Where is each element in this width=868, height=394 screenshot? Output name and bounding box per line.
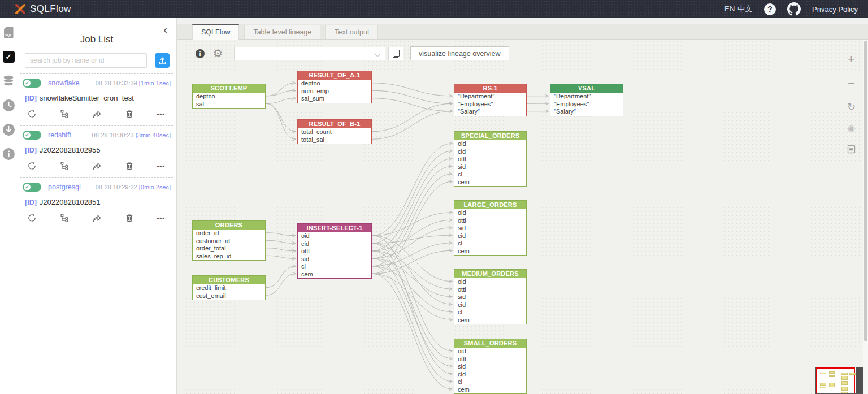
- lineage-node-SMALL_ORDERS[interactable]: SMALL_ORDERSoidottlsidcidclcem: [454, 339, 527, 394]
- node-title[interactable]: MEDIUM_ORDERS: [454, 270, 526, 278]
- column-row[interactable]: oid: [454, 209, 526, 217]
- node-title[interactable]: SMALL_ORDERS: [454, 339, 526, 348]
- column-row[interactable]: ottl: [454, 217, 526, 225]
- column-row[interactable]: cid: [454, 148, 526, 156]
- column-row[interactable]: cid: [454, 371, 526, 379]
- upload-job-button[interactable]: [155, 53, 170, 68]
- lineage-tree-icon[interactable]: [60, 213, 70, 223]
- job-name-link[interactable]: snowflake: [48, 79, 80, 87]
- share-job-icon[interactable]: [92, 161, 102, 171]
- help-icon[interactable]: ?: [764, 3, 776, 15]
- lineage-node-LARGE_ORDERS[interactable]: LARGE_ORDERSoidottlsidcidclcem: [454, 200, 527, 256]
- column-row[interactable]: "Department": [454, 93, 526, 101]
- lineage-node-RESULT_OF_A-1[interactable]: RESULT_OF_A-1deptnonum_empsal_sum: [297, 71, 372, 103]
- node-title[interactable]: ORDERS: [193, 221, 265, 230]
- canvas-scrollbar[interactable]: [863, 40, 868, 394]
- column-row[interactable]: deptno: [298, 80, 371, 88]
- column-row[interactable]: sid: [454, 293, 526, 301]
- column-row[interactable]: sal_sum: [298, 95, 371, 103]
- database-icon[interactable]: [2, 75, 15, 87]
- column-row[interactable]: cl: [454, 309, 526, 317]
- column-row[interactable]: oid: [454, 348, 526, 356]
- column-row[interactable]: cem: [454, 386, 526, 394]
- zoom-out-icon[interactable]: −: [848, 77, 855, 90]
- column-row[interactable]: sid: [454, 163, 526, 171]
- column-row[interactable]: sales_rep_id: [193, 253, 265, 261]
- visualize-lineage-overview-button[interactable]: visualize lineage overview: [410, 46, 509, 60]
- node-title[interactable]: RS-1: [454, 84, 526, 93]
- app-logo[interactable]: SQLFlow: [15, 3, 71, 15]
- github-icon[interactable]: [787, 2, 801, 16]
- lineage-node-MEDIUM_ORDERS[interactable]: MEDIUM_ORDERSoidottlsidcidclcem: [454, 269, 527, 324]
- job-search-input[interactable]: [25, 53, 147, 68]
- job-list-icon[interactable]: ✓: [2, 50, 15, 63]
- column-row[interactable]: "Salary": [454, 108, 526, 116]
- column-row[interactable]: cl: [454, 240, 526, 248]
- column-row[interactable]: customer_id: [193, 237, 265, 245]
- download-icon[interactable]: [2, 123, 15, 136]
- diagram-info-icon[interactable]: i: [196, 49, 205, 58]
- column-row[interactable]: "Salary": [550, 108, 623, 116]
- column-row[interactable]: sid: [298, 256, 371, 263]
- column-row[interactable]: sal: [193, 101, 265, 109]
- zoom-in-icon[interactable]: +: [848, 53, 855, 66]
- minimap-viewport[interactable]: [816, 367, 855, 394]
- column-row[interactable]: cust_email: [193, 292, 265, 300]
- delete-job-icon[interactable]: [125, 213, 134, 223]
- minimap[interactable]: [815, 367, 865, 394]
- column-row[interactable]: num_emp: [298, 88, 371, 96]
- lineage-node-ORDERS[interactable]: ORDERSorder_idcustomer_idorder_totalsale…: [192, 220, 266, 261]
- node-title[interactable]: RESULT_OF_B-1: [298, 120, 371, 128]
- lineage-node-INSERT-SELECT-1[interactable]: INSERT-SELECT-1oidcidottlsidclcem: [297, 223, 372, 279]
- job-name-link[interactable]: postgresql: [48, 183, 81, 191]
- job-success-toggle[interactable]: ✓: [23, 79, 41, 88]
- column-row[interactable]: credit_limit: [193, 284, 265, 292]
- column-row[interactable]: sid: [454, 363, 526, 371]
- column-row[interactable]: "Employees": [454, 101, 526, 109]
- lineage-tree-icon[interactable]: [60, 161, 70, 171]
- node-title[interactable]: SCOTT.EMP: [193, 84, 265, 93]
- lang-zh[interactable]: 中文: [737, 5, 753, 13]
- column-row[interactable]: cl: [454, 171, 526, 179]
- collapse-panel-icon[interactable]: ‹: [163, 25, 167, 33]
- column-row[interactable]: deptno: [193, 93, 265, 101]
- column-row[interactable]: cid: [454, 232, 526, 240]
- column-row[interactable]: total_sal: [298, 136, 371, 144]
- column-row[interactable]: cid: [298, 240, 371, 248]
- schema-dropdown[interactable]: [234, 47, 385, 60]
- lineage-node-SCOTT.EMP[interactable]: SCOTT.EMPdeptnosal: [192, 84, 266, 109]
- rerun-job-icon[interactable]: [27, 213, 37, 223]
- node-title[interactable]: VSAL: [550, 84, 623, 93]
- info-icon[interactable]: [2, 148, 15, 160]
- lineage-node-SPECIAL_ORDERS[interactable]: SPECIAL_ORDERSoidcidottlsidclcem: [454, 131, 527, 187]
- node-title[interactable]: INSERT-SELECT-1: [298, 224, 371, 232]
- column-row[interactable]: cem: [298, 271, 371, 279]
- rerun-job-icon[interactable]: [27, 109, 37, 119]
- job-success-toggle[interactable]: ✓: [23, 183, 41, 192]
- language-switch[interactable]: EN 中文: [724, 4, 753, 14]
- column-row[interactable]: oid: [454, 140, 526, 148]
- delete-job-icon[interactable]: [125, 109, 134, 119]
- job-name-link[interactable]: redshift: [48, 131, 71, 139]
- node-title[interactable]: CUSTOMERS: [193, 276, 265, 284]
- column-row[interactable]: "Department": [550, 93, 623, 101]
- share-job-icon[interactable]: [92, 213, 102, 223]
- rerun-job-icon[interactable]: [27, 161, 37, 171]
- more-actions-icon[interactable]: •••: [157, 215, 165, 222]
- share-job-icon[interactable]: [92, 109, 102, 119]
- column-row[interactable]: "Employees": [550, 101, 623, 109]
- delete-job-icon[interactable]: [125, 161, 134, 171]
- column-row[interactable]: oid: [298, 232, 371, 240]
- lineage-tree-icon[interactable]: [60, 109, 70, 119]
- more-actions-icon[interactable]: •••: [157, 163, 165, 170]
- refresh-icon[interactable]: ↻: [847, 102, 856, 112]
- column-row[interactable]: sid: [454, 224, 526, 232]
- settings-gear-icon[interactable]: ⚙: [213, 48, 223, 59]
- privacy-policy-link[interactable]: Privacy Policy: [812, 5, 858, 14]
- lineage-node-VSAL[interactable]: VSAL"Department""Employees""Salary": [550, 84, 623, 116]
- export-clipboard-icon[interactable]: [847, 144, 856, 154]
- tab-table-level-lineage[interactable]: Table level lineage: [244, 25, 320, 39]
- column-row[interactable]: oid: [454, 278, 526, 286]
- column-row[interactable]: total_count: [298, 128, 371, 136]
- lineage-canvas[interactable]: i ⚙ visualize lineage overview SCO: [177, 40, 868, 394]
